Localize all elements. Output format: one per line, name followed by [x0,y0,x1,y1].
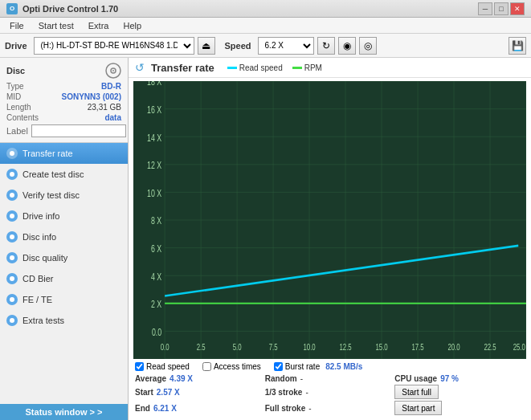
save-button[interactable]: 💾 [509,37,526,55]
sidebar-item-extra-tests[interactable]: Extra tests [0,310,128,331]
titlebar-left: O Opti Drive Control 1.70 [6,3,118,14]
disc-icon [105,63,121,79]
drive-select[interactable]: (H:) HL-DT-ST BD-RE WH16NS48 1.D3 [34,37,194,55]
app-icon: O [6,3,18,14]
read-speed-checkbox[interactable] [135,362,144,371]
chart-container: 18 X 16 X 14 X 12 X 10 X 8 X 6 X 4 X 2 X… [133,81,526,359]
sidebar-item-verify-test-disc[interactable]: Verify test disc [0,185,128,206]
burst-rate-checkbox-item: Burst rate 82.5 MB/s [274,362,363,371]
eject-button[interactable]: ⏏ [198,37,215,55]
create-test-icon [6,169,18,180]
drive-label: Drive [5,41,27,51]
checkboxes-row: Read speed Access times Burst rate 82.5 … [135,362,525,371]
cpu-group: CPU usage 97 % [394,374,525,383]
end-value: 6.21 X [153,404,177,413]
cpu-label: CPU usage [394,374,437,383]
stats-row-1: Average 4.39 X Random - CPU usage 97 % [135,374,525,383]
sidebar-item-fe-te[interactable]: FE / TE [0,289,128,310]
menu-file[interactable]: File [3,19,31,32]
disc-contents-row: Contents data [6,113,121,122]
end-group: End 6.21 X [135,401,265,415]
svg-text:25.0 GB: 25.0 GB [513,343,526,352]
fe-te-label: FE / TE [22,295,52,304]
chart-title: Transfer rate [151,62,214,74]
burst-rate-value: 82.5 MB/s [325,362,362,371]
average-value: 4.39 X [170,374,193,383]
sidebar-item-cd-bier[interactable]: CD Bier [0,268,128,289]
svg-text:22.5: 22.5 [484,343,496,352]
svg-text:5.0: 5.0 [233,343,242,352]
status-window-button[interactable]: Status window > > [0,404,128,420]
titlebar-buttons: ─ □ ✕ [478,2,525,15]
sidebar-item-create-test-disc[interactable]: Create test disc [0,164,128,185]
sidebar-item-drive-info[interactable]: Drive info [0,206,128,226]
svg-text:0.0: 0.0 [152,326,161,337]
read-speed-checkbox-item: Read speed [135,362,190,371]
sidebar-item-transfer-rate[interactable]: Transfer rate [0,143,128,164]
disc-type-row: Type BD-R [6,82,121,91]
chart-header: ↺ Transfer rate Read speed RPM [129,58,531,78]
chart-legend: Read speed RPM [227,63,322,72]
access-times-checkbox[interactable] [202,362,211,371]
test-button2[interactable]: ◎ [359,37,377,55]
start-full-button[interactable]: Start full [394,385,439,399]
read-speed-color [227,67,237,69]
random-group: Random - [265,374,395,383]
type-label: Type [6,82,24,91]
sidebar: Disc Type BD-R MID SONYNN3 (002) Length … [0,58,129,420]
drive-info-label: Drive info [22,211,59,221]
verify-test-icon [6,190,18,201]
nav-items: Transfer rate Create test disc Verify te… [0,143,128,404]
svg-text:0.0: 0.0 [161,343,170,352]
sidebar-item-disc-quality[interactable]: Disc quality [0,247,128,268]
start-full-group: Start full [394,385,525,399]
full-stroke-group: Full stroke - [265,401,395,415]
sidebar-item-disc-info[interactable]: Disc info [0,226,128,247]
disc-header: Disc [6,63,121,79]
disc-panel: Disc Type BD-R MID SONYNN3 (002) Length … [0,58,128,143]
disc-info-label: Disc info [22,232,56,242]
svg-text:18 X: 18 X [147,81,161,88]
speed-select[interactable]: 6.2 X Max 4 X 2 X [258,37,314,55]
full-stroke-label: Full stroke [265,404,306,413]
disc-length-row: Length 23,31 GB [6,103,121,112]
svg-text:20.0: 20.0 [447,343,460,352]
minimize-button[interactable]: ─ [478,2,492,15]
test-button1[interactable]: ◉ [338,37,356,55]
close-button[interactable]: ✕ [510,2,525,15]
extra-tests-icon [6,315,18,326]
legend-rpm: RPM [292,63,322,72]
menu-help[interactable]: Help [116,19,148,32]
svg-text:10.0: 10.0 [303,343,315,352]
start-part-button[interactable]: Start part [394,401,442,415]
legend-read-speed: Read speed [227,63,283,72]
drive-info-icon [6,210,18,222]
svg-text:17.5: 17.5 [411,343,423,352]
menu-start-test[interactable]: Start test [32,19,80,32]
cd-bier-label: CD Bier [22,274,54,283]
titlebar: O Opti Drive Control 1.70 ─ □ ✕ [0,0,531,18]
cd-bier-icon [6,273,18,284]
refresh-button[interactable]: ↻ [317,37,335,55]
cpu-value: 97 % [440,374,459,383]
svg-text:6 X: 6 X [151,243,161,255]
length-label: Length [6,103,31,112]
burst-rate-checkbox[interactable] [274,362,283,371]
stats-row-3: End 6.21 X Full stroke - Start part [135,401,525,415]
stroke13-value: - [305,388,308,397]
rpm-legend-label: RPM [304,63,322,72]
transfer-rate-icon [6,148,18,159]
burst-rate-cb-label: Burst rate [285,362,320,371]
label-input[interactable] [31,124,126,137]
stats-row-2: Start 2.57 X 1/3 stroke - Start full [135,385,525,399]
random-value: - [300,374,303,383]
label-label: Label [6,126,28,136]
fe-te-icon [6,294,18,305]
rpm-color [292,67,302,69]
svg-text:16 X: 16 X [147,104,161,116]
maximize-button[interactable]: □ [494,2,509,15]
svg-point-2 [112,70,114,71]
contents-label: Contents [6,113,39,122]
menu-extra[interactable]: Extra [82,19,116,32]
svg-text:12.5: 12.5 [339,343,351,352]
